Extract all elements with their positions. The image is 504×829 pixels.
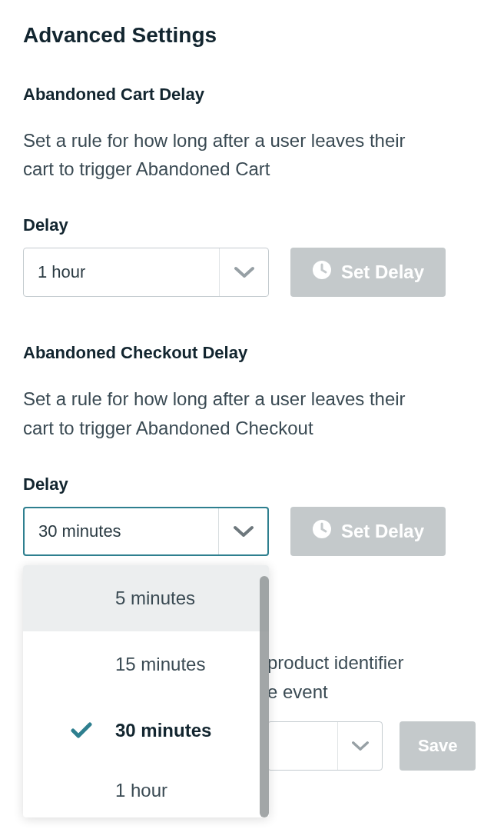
cart-delay-description: Set a rule for how long after a user lea…	[23, 126, 438, 183]
cart-delay-field-label: Delay	[23, 215, 481, 235]
checkout-delay-select-value: 30 minutes	[25, 521, 218, 541]
dropdown-scrollbar[interactable]	[260, 576, 269, 817]
dropdown-option-label: 1 hour	[115, 780, 167, 801]
chevron-down-icon	[352, 741, 369, 751]
identifier-select[interactable]	[267, 721, 383, 771]
checkout-delay-dropdown: 5 minutes 15 minutes 30 minutes 1 hour	[23, 565, 269, 817]
cart-delay-heading: Abandoned Cart Delay	[23, 85, 481, 105]
checkout-delay-select[interactable]: 30 minutes	[23, 507, 269, 556]
checkout-delay-description: Set a rule for how long after a user lea…	[23, 385, 438, 441]
checkout-set-delay-button[interactable]: Set Delay	[290, 507, 446, 556]
cart-set-delay-button[interactable]: Set Delay	[290, 248, 446, 297]
chevron-down-icon	[234, 525, 254, 538]
chevron-down-icon	[234, 266, 254, 278]
cart-delay-select-chevron-wrap	[219, 248, 268, 296]
identifier-save-button[interactable]: Save	[400, 721, 476, 771]
checkout-delay-heading: Abandoned Checkout Delay	[23, 343, 481, 363]
cart-delay-select-value: 1 hour	[24, 262, 219, 282]
checkout-delay-select-chevron-wrap	[218, 508, 267, 554]
identifier-text-line1: product identifier	[267, 652, 403, 673]
dropdown-option-30min[interactable]: 30 minutes	[23, 697, 269, 764]
dropdown-option-label: 5 minutes	[115, 588, 195, 609]
checkout-delay-row: 30 minutes Set Delay 5 minutes 15 minute…	[23, 507, 481, 556]
clock-icon	[312, 260, 332, 285]
identifier-save-label: Save	[418, 736, 457, 755]
checkout-set-delay-label: Set Delay	[341, 521, 424, 542]
checkout-delay-field-label: Delay	[23, 474, 481, 494]
page-title: Advanced Settings	[23, 23, 481, 48]
dropdown-option-label: 30 minutes	[115, 720, 211, 741]
check-icon	[71, 722, 92, 739]
identifier-select-chevron-wrap	[337, 722, 382, 770]
cart-set-delay-label: Set Delay	[341, 261, 424, 283]
dropdown-option-label: 15 minutes	[115, 654, 205, 675]
cart-delay-select[interactable]: 1 hour	[23, 248, 269, 297]
dropdown-option-1hour[interactable]: 1 hour	[23, 764, 269, 817]
dropdown-option-15min[interactable]: 15 minutes	[23, 631, 269, 697]
dropdown-option-5min[interactable]: 5 minutes	[23, 565, 269, 631]
cart-delay-row: 1 hour Set Delay	[23, 248, 481, 297]
clock-icon	[312, 519, 332, 544]
identifier-text-line2: e event	[267, 681, 328, 702]
